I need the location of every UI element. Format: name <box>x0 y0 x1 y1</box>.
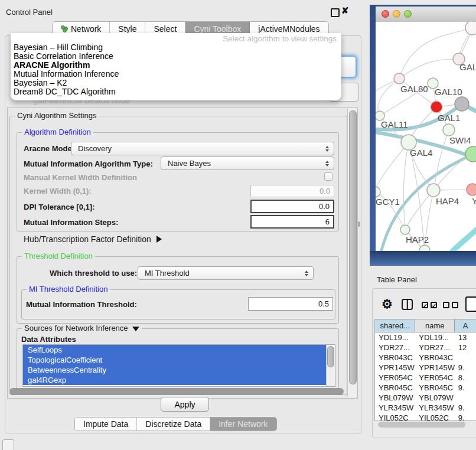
network-node-hap4[interactable] <box>427 184 440 197</box>
table-row[interactable]: YBR045CYBR045C9. <box>375 383 476 393</box>
table-cell: YBL079W <box>375 393 415 403</box>
table-row[interactable]: YBR043CYBR043C <box>375 353 476 363</box>
node-label: GAL <box>459 62 476 72</box>
hidden-panel-grip[interactable] <box>2 439 14 450</box>
table-cell: YBR045C <box>375 383 415 393</box>
list-scrollbar-track[interactable] <box>326 345 335 386</box>
network-node-hap2[interactable] <box>400 225 410 234</box>
network-node[interactable] <box>465 22 476 35</box>
close-window-icon[interactable] <box>382 10 389 18</box>
checked-box-icon: ✓ <box>422 302 428 308</box>
manual-kernel-width-checkbox[interactable] <box>324 172 332 181</box>
table-cell: YBL079W <box>415 393 455 403</box>
table-scrollbar-thumb[interactable] <box>378 422 465 428</box>
manual-kernel-width-label: Manual Kernel Width Definition <box>24 172 137 182</box>
mi-algorithm-type-value: Naive Bayes <box>168 159 211 168</box>
deselect-all-icon[interactable] <box>443 302 458 308</box>
gear-icon[interactable]: ⚙ <box>382 298 393 310</box>
tab-label: Discretize Data <box>145 419 201 429</box>
table-cell: 9. <box>455 363 476 373</box>
which-threshold-select[interactable]: MI Threshold <box>138 266 314 280</box>
stepper-arrows-icon <box>325 146 329 152</box>
table-row[interactable]: YPR145WYPR145W9. <box>375 363 476 373</box>
vertical-scrollbar-thumb[interactable] <box>349 110 357 384</box>
float-panel-icon[interactable] <box>331 8 340 17</box>
tab-label: Impute Data <box>83 419 128 429</box>
table-body: YDL19...YDL19...13YDR27...YDR27...12YBR0… <box>375 332 476 420</box>
mi-steps-field[interactable]: 6 <box>250 215 334 229</box>
mi-threshold-field[interactable]: 0.5 <box>248 297 333 311</box>
column-header-shared-[interactable]: shared... <box>375 319 415 332</box>
table-cell: YDL19... <box>375 332 415 343</box>
network-node[interactable] <box>431 101 442 113</box>
hub-definition-label: Hub/Transcription Factor Definition <box>24 234 151 244</box>
algorithm-option[interactable]: Bayesian – K2 <box>11 79 341 87</box>
tab-label: Infer Network <box>219 419 268 429</box>
table-row[interactable]: YIL052CYIL052C9. <box>375 413 476 420</box>
tab-discretize-data[interactable]: Discretize Data <box>137 418 210 431</box>
column-header-a[interactable]: A <box>455 319 476 332</box>
tab-infer-network[interactable]: Infer Network <box>210 418 276 431</box>
table-row[interactable]: YLR345WYLR345W9. <box>375 403 476 413</box>
node-table: shared...nameA YDL19...YDL19...13YDR27..… <box>374 319 476 421</box>
algorithm-option[interactable]: Mutual Information Inference <box>11 70 341 79</box>
network-window-titlebar[interactable] <box>376 6 476 22</box>
column-header-name[interactable]: name <box>415 319 455 332</box>
dpi-tolerance-field[interactable]: 0.0 <box>250 200 334 213</box>
vertical-scrollbar-track[interactable] <box>347 108 357 397</box>
network-edge <box>451 229 476 251</box>
tab-label: Style <box>118 24 136 34</box>
apply-button[interactable]: Apply <box>161 397 209 412</box>
export-table-icon[interactable] <box>465 296 476 312</box>
show-columns-icon[interactable] <box>402 299 413 310</box>
table-cell: YDR27... <box>415 343 455 353</box>
aracne-mode-select[interactable]: Discovery <box>71 142 334 155</box>
minimize-window-icon[interactable] <box>393 10 400 18</box>
horizontal-scrollbar-thumb[interactable] <box>9 388 344 395</box>
attribute-item[interactable]: gal4RGexp <box>23 375 327 385</box>
select-all-icon[interactable]: ✓ ✓ <box>422 302 437 308</box>
list-scrollbar-thumb[interactable] <box>327 346 334 367</box>
table-row[interactable]: YDR27...YDR27...12 <box>375 343 476 353</box>
tab-impute-data[interactable]: Impute Data <box>75 418 137 431</box>
network-node-gcy1[interactable] <box>376 187 380 197</box>
network-node-gal80[interactable] <box>394 73 405 84</box>
table-cell: YDL19... <box>415 332 455 343</box>
table-row[interactable]: YBL079WYBL079W <box>375 393 476 403</box>
network-node-swi4[interactable] <box>465 146 476 162</box>
zoom-window-icon[interactable] <box>404 10 412 18</box>
attribute-item[interactable]: SelfLoops <box>23 345 327 355</box>
network-node-gal1[interactable] <box>443 124 455 136</box>
algorithm-option[interactable]: Basic Correlation Inference <box>11 52 341 61</box>
network-node-y[interactable] <box>467 184 476 195</box>
table-cell: YBR043C <box>375 353 415 363</box>
sources-title[interactable]: Sources for Network Inference <box>22 324 142 332</box>
table-cell <box>455 353 476 363</box>
network-view-window: GALGAL80GAL10GAL1GAL11SWI4GAL4GCY1HAP4YH… <box>370 5 476 266</box>
hub-definition-expander[interactable]: Hub/Transcription Factor Definition <box>24 234 162 244</box>
network-node[interactable] <box>455 97 469 111</box>
node-label: GAL4 <box>410 148 432 158</box>
algorithm-option[interactable]: Bayesian – Hill Climbing <box>11 43 341 52</box>
attribute-item[interactable]: TopologicalCoefficient <box>23 355 327 365</box>
network-node[interactable] <box>419 245 430 251</box>
close-panel-icon[interactable]: ✘ <box>341 6 349 15</box>
table-row[interactable]: YER054CYER054C8. <box>375 373 476 383</box>
pane-divider-handle[interactable] <box>358 221 360 227</box>
mi-algorithm-type-select[interactable]: Naive Bayes <box>161 156 334 170</box>
unchecked-box-icon <box>443 302 449 308</box>
bottom-tab-bar: Impute DataDiscretize DataInfer Network <box>74 417 277 431</box>
attribute-item[interactable]: BetweennessCentrality <box>23 365 327 375</box>
node-label: HAP4 <box>436 196 459 206</box>
kernel-width-field[interactable]: 0.0 <box>250 185 334 197</box>
table-cell: YBR043C <box>415 353 455 363</box>
table-cell: YPR145W <box>375 363 415 373</box>
tab-label: Select <box>154 24 177 34</box>
algorithm-option[interactable]: Dream8 DC_TDC Algorithm <box>11 87 341 96</box>
threshold-definition-title: Threshold Definition <box>22 252 95 260</box>
tab-label: Network <box>71 24 101 34</box>
algorithm-option[interactable]: ARACNE Algorithm <box>11 61 341 70</box>
tab-label: jActiveMNodules <box>258 24 319 34</box>
table-row[interactable]: YDL19...YDL19...13 <box>375 332 476 343</box>
network-canvas[interactable]: GALGAL80GAL10GAL1GAL11SWI4GAL4GCY1HAP4YH… <box>376 22 476 251</box>
